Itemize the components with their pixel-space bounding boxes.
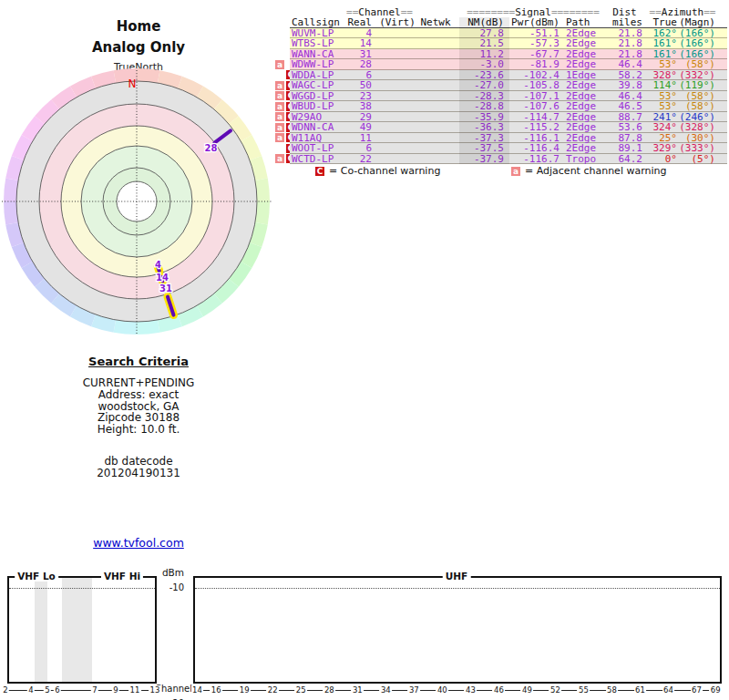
dbm-axis-label: dBm	[155, 567, 184, 578]
channel-signal-chart: -10-20-30-40-50-60-70-80-90dBmChannelVHF…	[0, 0, 729, 700]
channel-tick: 69	[709, 685, 722, 695]
channel-tick: 34	[379, 685, 392, 695]
channel-tick: 55	[577, 685, 590, 695]
channel-tick: 46	[492, 685, 505, 695]
channel-tick: 61	[634, 685, 647, 695]
band-section-label: VHF Hi	[101, 571, 143, 582]
channel-tick: 4	[27, 685, 35, 695]
channel-tick: 52	[549, 685, 561, 695]
channel-tick: 9	[112, 685, 119, 695]
channel-tick: 49	[520, 685, 533, 695]
channel-tick: 25	[294, 685, 307, 695]
channel-tick: 31	[351, 685, 364, 695]
channel-tick: 58	[606, 685, 619, 695]
channel-tick: 22	[266, 685, 279, 695]
channel-tick: 16	[210, 685, 222, 695]
channel-tick: 11	[128, 685, 141, 695]
uhf-panel	[193, 576, 722, 684]
channel-tick: 19	[238, 685, 251, 695]
tvfool-report-page: Home Analog Only TrueNorth N2841431 ==Ch…	[0, 0, 729, 700]
channel-tick: 13	[149, 685, 161, 695]
channel-tick: 28	[323, 685, 335, 695]
dbm-tick: -10	[155, 582, 184, 592]
channel-tick: 7	[91, 685, 98, 695]
band-section-label: UHF	[443, 571, 471, 582]
grid-line	[9, 588, 155, 589]
vhf-panel	[7, 576, 157, 684]
grid-line	[195, 588, 720, 589]
channel-tick: 37	[407, 685, 420, 695]
channel-tick: 5	[44, 685, 51, 695]
channel-tick: 2	[2, 685, 9, 695]
band-section-label: VHF Lo	[15, 571, 58, 582]
channel-tick: 6	[54, 685, 61, 695]
channel-tick: 43	[464, 685, 477, 695]
channel-tick: 40	[436, 685, 448, 695]
channel-tick: 14	[191, 685, 204, 695]
channel-tick: 64	[662, 685, 675, 695]
channel-tick: 67	[691, 685, 703, 695]
